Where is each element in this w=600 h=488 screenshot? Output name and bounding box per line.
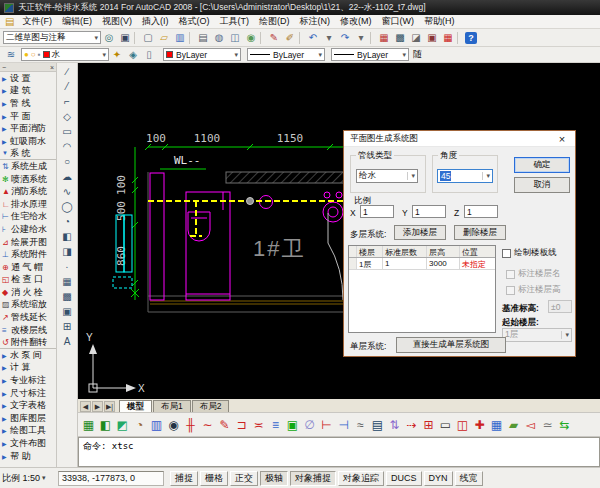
sidebar-group-settings[interactable]: 设 置: [0, 72, 56, 85]
sidebar-cmd-inspection-port[interactable]: ◱ 检 查 口: [0, 274, 56, 287]
help-icon[interactable]: ?: [465, 32, 477, 44]
command-line[interactable]: 命令: xtsc: [78, 437, 600, 467]
toolbar-icon[interactable]: [370, 32, 375, 44]
tz-tool-icon[interactable]: ≍: [250, 416, 267, 433]
tz-tool-icon[interactable]: ▦: [80, 416, 97, 433]
sidebar-cmd-fire-hydrant[interactable]: ◆ 消 火 栓: [0, 286, 56, 299]
layer-manager-icon[interactable]: ≋: [3, 48, 19, 62]
menu-item[interactable]: 窗口(W): [376, 16, 419, 26]
sidebar-cmd-accessory-flip[interactable]: ↺ 附件翻转: [0, 336, 56, 349]
sidebar-cmd-system-generate[interactable]: ⇅ 系统生成: [0, 160, 56, 173]
arc-icon[interactable]: ◠: [59, 139, 76, 154]
sidebar-cmd-system-accessory[interactable]: ⊥ 系统附件: [0, 248, 56, 261]
menu-item[interactable]: 插入(I): [137, 16, 174, 26]
layer-isolate-icon[interactable]: ▯: [141, 48, 157, 62]
workspace-gear-icon[interactable]: ◎: [101, 31, 117, 45]
tz-tool-icon[interactable]: ◉: [165, 416, 182, 433]
undo-dropdown-icon[interactable]: ▾: [321, 31, 337, 45]
tz-tool-icon[interactable]: ✚: [471, 416, 488, 433]
drawing-canvas[interactable]: 100 1100 1150 100 500 860 WL--: [78, 63, 600, 399]
sidebar-group-pipeline[interactable]: 管 线: [0, 97, 56, 110]
menu-item[interactable]: 标注(N): [294, 16, 335, 26]
polyline-icon[interactable]: ⌐: [59, 94, 76, 109]
calculator-icon[interactable]: ▦: [440, 31, 456, 45]
xline-icon[interactable]: ⁄: [59, 79, 76, 94]
tab-first-icon[interactable]: ◀: [80, 401, 91, 412]
tz-tool-icon[interactable]: ◫: [454, 416, 471, 433]
sidebar-group-plan-fire[interactable]: 平面消防: [0, 122, 56, 135]
tz-tool-icon[interactable]: ⊞: [420, 416, 437, 433]
revcloud-icon[interactable]: ☁: [59, 169, 76, 184]
sidebar-group-building[interactable]: 建 筑: [0, 85, 56, 98]
sidebar-group-library-layer[interactable]: 图库图层: [0, 412, 56, 425]
circle-icon[interactable]: ○: [59, 154, 76, 169]
tz-tool-icon[interactable]: ∼: [199, 416, 216, 433]
toolbar-icon[interactable]: [260, 32, 265, 44]
tz-tool-icon[interactable]: ⇢: [403, 416, 420, 433]
tz-tool-icon[interactable]: ▥: [148, 416, 165, 433]
menu-item[interactable]: 编辑(E): [57, 16, 97, 26]
tz-tool-icon[interactable]: ⊣: [335, 416, 352, 433]
sidebar-cmd-system-scale[interactable]: ▨ 系统缩放: [0, 299, 56, 312]
tz-tool-icon[interactable]: ⇅: [386, 416, 403, 433]
toolbar-icon[interactable]: [457, 32, 462, 44]
sidebar-cmd-sprinkler-system[interactable]: ✻ 喷洒系统: [0, 173, 56, 186]
pipe-type-combobox[interactable]: 给水: [356, 169, 418, 183]
layer-previous-icon[interactable]: ✦: [109, 48, 125, 62]
lineweight-combobox[interactable]: ByLayer: [331, 48, 409, 61]
linetype-combobox[interactable]: ByLayer: [247, 48, 325, 61]
add-floor-button[interactable]: 添加楼层: [394, 225, 446, 240]
toolbar-icon[interactable]: [299, 32, 304, 44]
sidebar-group-help[interactable]: 帮 助: [0, 450, 56, 463]
tz-tool-icon[interactable]: ≃: [539, 416, 556, 433]
sidebar-cmd-drainage-schematic[interactable]: ∟ 排水原理: [0, 198, 56, 211]
dialog-title-bar[interactable]: 平面图生成系统图 ×: [344, 131, 575, 147]
open-icon[interactable]: ▱: [156, 31, 172, 45]
tz-tool-icon[interactable]: ≡: [267, 416, 284, 433]
toggle-ducs[interactable]: DUCS: [386, 471, 422, 486]
tz-export-icon[interactable]: ▣: [424, 31, 440, 45]
sidebar-group-pro-annotation[interactable]: 专业标注: [0, 374, 56, 387]
matchprop-icon[interactable]: ✐: [282, 31, 298, 45]
menu-item[interactable]: 工具(T): [214, 16, 254, 26]
toggle-snap[interactable]: 捕捉: [170, 471, 198, 486]
pencil-icon[interactable]: ✎: [266, 31, 282, 45]
sidebar-group-siphon-rain[interactable]: 虹吸雨水: [0, 135, 56, 148]
ellipse-arc-icon[interactable]: ◔: [59, 214, 76, 229]
sidebar-close-icon[interactable]: ×: [50, 64, 54, 71]
sidebar-cmd-change-floor-line[interactable]: ≡ 改楼层线: [0, 324, 56, 337]
tab-last-icon[interactable]: ▶|: [104, 401, 115, 412]
rectangle-icon[interactable]: ▭: [59, 124, 76, 139]
menu-item[interactable]: 修改(M): [335, 16, 377, 26]
save-icon[interactable]: ▥: [172, 31, 188, 45]
toolbar-icon[interactable]: [134, 32, 139, 44]
toggle-dyn[interactable]: DYN: [424, 471, 453, 486]
publish-icon[interactable]: ◫: [227, 31, 243, 45]
sidebar-minimize-icon[interactable]: −: [2, 64, 6, 71]
toggle-ortho[interactable]: 正交: [230, 471, 258, 486]
sidebar-cmd-residential-water[interactable]: ⊢ 住宅给水: [0, 211, 56, 224]
sidebar-group-draw-tools[interactable]: 绘图工具: [0, 425, 56, 438]
insert-block-icon[interactable]: ◧: [59, 229, 76, 244]
tz-table-icon[interactable]: ▦: [376, 31, 392, 45]
new-file-icon[interactable]: ▢: [140, 31, 156, 45]
angle-combobox[interactable]: 45: [437, 169, 493, 183]
delete-floor-button[interactable]: 删除楼层: [454, 225, 506, 240]
tab-model[interactable]: 模型: [119, 400, 152, 412]
cancel-button[interactable]: 取消: [514, 177, 570, 193]
tab-prev-icon[interactable]: ▶: [92, 401, 103, 412]
floor-table[interactable]: 楼层 标准层数 层高 位置 1层 1 3000 未指定: [348, 245, 496, 333]
tz-tool-icon[interactable]: ▣: [284, 416, 301, 433]
tz-doc-icon[interactable]: ◪: [408, 31, 424, 45]
workspace-combobox[interactable]: 二维草图与注释: [3, 31, 101, 44]
menu-item[interactable]: 文件(F): [17, 16, 57, 26]
hatch-icon[interactable]: ▦: [59, 274, 76, 289]
layer-manager-icon[interactable]: ◈: [125, 48, 141, 62]
sidebar-group-dimension[interactable]: 尺寸标注: [0, 387, 56, 400]
sidebar-cmd-fire-system[interactable]: ▲ 消防系统: [0, 185, 56, 198]
layer-combobox[interactable]: ● ○ ▪ 水: [21, 48, 109, 61]
sidebar-cmd-public-water[interactable]: ⊦ 公建给水: [0, 223, 56, 236]
menu-item[interactable]: 格式(O): [173, 16, 214, 26]
scale-y-input[interactable]: 1: [412, 205, 446, 218]
make-block-icon[interactable]: ◨: [59, 244, 76, 259]
